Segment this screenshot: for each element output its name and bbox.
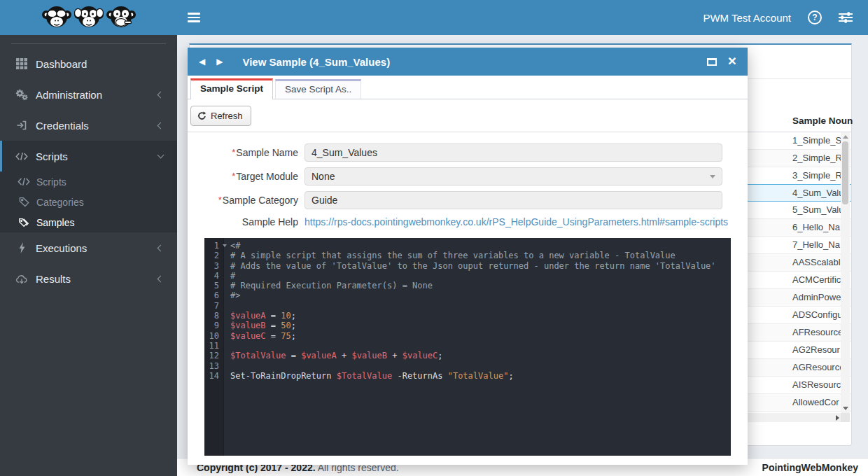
required-asterisk: *	[218, 195, 222, 205]
chevron-left-icon	[158, 244, 164, 251]
line-number: 5	[204, 281, 224, 290]
chevron-left-icon	[158, 122, 164, 129]
sample-form: *Sample Name *Target Module None *Sample…	[188, 144, 748, 229]
maximize-icon[interactable]	[707, 58, 717, 66]
gears-icon	[14, 88, 29, 101]
code-line: 14Set-ToRainDropReturn $TotalValue -Retu…	[204, 371, 731, 381]
chevron-down-icon	[158, 151, 164, 158]
line-number: 8	[204, 311, 224, 321]
code-line: 13	[204, 361, 731, 371]
close-icon[interactable]: ×	[728, 53, 736, 68]
code-line: 6#>	[204, 290, 731, 300]
app-window: DashboardAdministrationCredentialsScript…	[0, 0, 868, 476]
line-number: 4	[204, 271, 224, 281]
sample-noun-cell: ADSConfigu	[792, 307, 841, 323]
scroll-up-icon[interactable]	[843, 135, 848, 139]
code-line: 1<#	[204, 241, 731, 251]
sidebar-item-label: Results	[36, 273, 71, 285]
view-sample-modal: ◀ ▶ View Sample (4_Sum_Values) × Sample …	[188, 48, 748, 465]
next-icon[interactable]: ▶	[216, 57, 223, 66]
code-line: 9$valueB = 50;	[204, 321, 731, 330]
chevron-left-icon	[158, 275, 164, 282]
line-number: 1	[204, 241, 224, 251]
sample-help-link[interactable]: https://rps-docs.pointingwebmonkey.co.uk…	[304, 216, 728, 227]
grid-icon	[14, 58, 29, 69]
brand-logo[interactable]	[0, 0, 177, 35]
menu-toggle-icon[interactable]	[188, 10, 200, 24]
sample-noun-cell: AllowedCor	[792, 394, 841, 411]
tab-save-script-as[interactable]: Save Script As..	[275, 79, 361, 99]
code-text: # Adds the value of 'TotalValue' to the …	[224, 261, 716, 271]
sidebar-subitem-scripts[interactable]: Scripts	[0, 172, 177, 192]
target-module-select[interactable]: None	[304, 167, 722, 186]
sample-category-input[interactable]	[304, 191, 722, 209]
line-number: 2	[204, 251, 224, 260]
code-icon	[14, 152, 29, 161]
code-text: $valueC = 75;	[224, 331, 296, 341]
code-line: 11	[204, 341, 731, 351]
sample-name-input[interactable]	[304, 144, 722, 162]
footer-brand: PointingWebMonkey	[762, 462, 858, 473]
code-text: $valueA = 10;	[224, 311, 296, 321]
top-navbar: PWM Test Account ?	[177, 0, 868, 35]
sidebar-item-label: Credentials	[36, 120, 89, 132]
sidebar-item-executions[interactable]: Executions	[0, 232, 177, 263]
code-line: 3# Adds the value of 'TotalValue' to the…	[204, 261, 731, 271]
code-text: # Required Execution Parameter(s) = None	[224, 281, 433, 290]
scrollbar-corner	[841, 413, 850, 422]
line-number: 11	[204, 341, 224, 351]
sidebar-subitem-label: Samples	[36, 217, 74, 228]
sidebar-subitem-categories[interactable]: Categories	[0, 192, 177, 212]
table-column-header-sample-noun[interactable]: Sample Noun	[792, 115, 853, 126]
code-text	[224, 301, 235, 311]
help-icon[interactable]: ?	[808, 10, 822, 24]
sample-category-label: *Sample Category	[188, 195, 304, 206]
sample-noun-cell: 1_Simple_S	[792, 132, 841, 149]
sidebar-item-dashboard[interactable]: Dashboard	[0, 48, 177, 79]
sidebar-item-label: Dashboard	[36, 58, 87, 70]
target-module-value: None	[312, 171, 335, 182]
code-icon	[17, 177, 31, 186]
refresh-icon	[197, 111, 206, 120]
sliders-icon[interactable]	[839, 12, 853, 23]
code-text	[224, 361, 235, 371]
chevron-down-icon	[710, 175, 715, 178]
line-number: 7	[204, 301, 224, 311]
target-module-label: *Target Module	[188, 171, 304, 182]
line-number: 10	[204, 331, 224, 341]
sidebar-item-administration[interactable]: Administration	[0, 79, 177, 110]
sample-noun-cell: AG2Resour	[792, 342, 841, 358]
code-text: #	[224, 271, 235, 281]
sidebar-item-scripts[interactable]: Scripts	[0, 141, 177, 172]
sidebar-item-results[interactable]: Results	[0, 263, 177, 294]
line-number: 13	[204, 361, 224, 371]
script-code-editor[interactable]: 1<#2# A simple script that assigns the s…	[204, 238, 731, 456]
fold-arrow-icon[interactable]	[223, 244, 227, 247]
sidebar-item-label: Executions	[36, 242, 87, 254]
vertical-scrollbar[interactable]	[841, 132, 850, 413]
sidebar-item-credentials[interactable]: Credentials	[0, 110, 177, 141]
chevron-left-icon	[158, 91, 164, 98]
account-name[interactable]: PWM Test Account	[703, 12, 791, 24]
code-text: Set-ToRainDropReturn $TotalValue -Return…	[224, 371, 514, 381]
required-asterisk: *	[232, 147, 235, 158]
code-line: 5# Required Execution Parameter(s) = Non…	[204, 281, 731, 290]
scroll-down-icon[interactable]	[843, 407, 848, 410]
hear-no-evil-monkey-icon	[74, 4, 104, 31]
code-text: $TotalValue = $valueA + $valueB + $value…	[224, 351, 443, 360]
refresh-button-label: Refresh	[211, 111, 243, 121]
code-text	[224, 341, 235, 351]
refresh-button[interactable]: Refresh	[190, 106, 251, 126]
sample-noun-cell: ACMCertific	[792, 272, 841, 288]
code-line: 7	[204, 301, 731, 311]
line-number: 6	[204, 290, 224, 300]
sidebar-subitem-samples[interactable]: Samples	[0, 212, 177, 232]
scroll-right-icon[interactable]	[836, 415, 839, 421]
vertical-scrollbar-thumb[interactable]	[842, 141, 848, 204]
tab-sample-script[interactable]: Sample Script	[190, 78, 273, 99]
modal-titlebar: ◀ ▶ View Sample (4_Sum_Values) ×	[188, 48, 748, 76]
prev-icon[interactable]: ◀	[199, 57, 205, 66]
sign-in-icon	[14, 120, 29, 131]
code-text: #>	[224, 290, 240, 300]
line-number: 12	[204, 351, 224, 360]
